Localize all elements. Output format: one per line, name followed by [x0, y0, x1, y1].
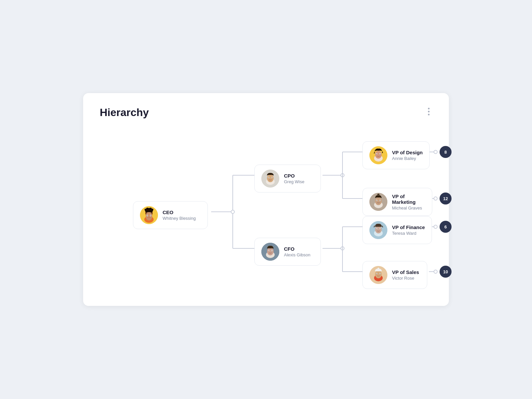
svg-point-44 — [268, 251, 269, 251]
vp-sales-node[interactable]: VP of Sales Victor Rose — [362, 261, 427, 289]
vp-design-role: VP of Design — [392, 150, 423, 155]
svg-point-16 — [434, 150, 437, 154]
cpo-info: CPO Greg Wise — [284, 173, 304, 184]
vp-sales-avatar — [369, 266, 387, 284]
vp-sales-count: 10 — [440, 266, 452, 278]
svg-point-20 — [434, 225, 437, 228]
ceo-avatar — [140, 206, 158, 224]
tree-container: CEO Whitney Blessing — [100, 132, 432, 292]
vp-finance-role: VP of Finance — [392, 224, 425, 230]
vp-marketing-role: VP of Marketing — [392, 194, 425, 205]
vp-marketing-info: VP of Marketing Micheal Graves — [392, 194, 425, 210]
vp-marketing-count: 12 — [440, 193, 452, 204]
ceo-info: CEO Whitney Blessing — [163, 209, 196, 221]
svg-point-41 — [267, 247, 274, 255]
vp-finance-node[interactable]: VP of Finance Teresa Ward — [362, 216, 432, 244]
vp-design-avatar — [369, 146, 387, 164]
svg-point-45 — [272, 251, 272, 251]
svg-point-34 — [267, 174, 274, 182]
ceo-role: CEO — [163, 209, 196, 215]
svg-point-48 — [375, 151, 382, 159]
svg-point-22 — [434, 270, 437, 273]
card-header: Hierarchy — [100, 106, 432, 119]
svg-point-4 — [231, 210, 234, 213]
vp-sales-badge: 10 — [440, 266, 452, 278]
svg-point-73 — [380, 274, 380, 274]
svg-point-38 — [272, 178, 272, 178]
vp-marketing-avatar — [369, 193, 387, 211]
svg-point-55 — [375, 197, 382, 205]
vp-sales-role: VP of Sales — [392, 269, 419, 275]
svg-point-65 — [376, 229, 377, 229]
vp-design-badge: 8 — [440, 146, 452, 158]
page-title: Hierarchy — [100, 106, 149, 119]
more-dot-1 — [428, 108, 430, 109]
cfo-role: CFO — [284, 246, 310, 252]
vp-sales-info: VP of Sales Victor Rose — [392, 269, 419, 281]
svg-point-51 — [376, 154, 377, 155]
vp-marketing-badge: 12 — [440, 193, 452, 204]
svg-point-74 — [377, 268, 379, 271]
vp-marketing-node[interactable]: VP of Marketing Micheal Graves — [362, 188, 432, 216]
hierarchy-card: Hierarchy — [83, 93, 449, 306]
vp-design-count: 8 — [440, 146, 452, 158]
vp-sales-name: Victor Rose — [392, 276, 419, 281]
svg-point-31 — [150, 215, 151, 216]
cfo-node[interactable]: CFO Alexis Gibson — [254, 238, 321, 266]
ceo-node[interactable]: CEO Whitney Blessing — [133, 201, 208, 229]
vp-design-node[interactable]: VP of Design Annie Bailey — [362, 141, 430, 169]
svg-point-11 — [341, 247, 344, 250]
cpo-avatar — [261, 170, 279, 188]
svg-point-6 — [341, 174, 344, 177]
vp-finance-count: 6 — [440, 221, 452, 233]
svg-point-69 — [375, 270, 382, 278]
svg-point-58 — [376, 200, 377, 201]
svg-point-59 — [380, 200, 380, 201]
vp-finance-badge: 6 — [440, 221, 452, 233]
cpo-node[interactable]: CPO Greg Wise — [254, 165, 321, 193]
cpo-role: CPO — [284, 173, 304, 179]
cfo-name: Alexis Gibson — [284, 252, 310, 257]
more-options-button[interactable] — [425, 106, 432, 117]
cpo-name: Greg Wise — [284, 179, 304, 184]
svg-point-18 — [434, 197, 437, 200]
more-dot-3 — [428, 114, 430, 115]
vp-design-name: Annie Bailey — [392, 156, 423, 161]
cfo-info: CFO Alexis Gibson — [284, 246, 310, 257]
svg-point-52 — [380, 154, 380, 155]
vp-finance-info: VP of Finance Teresa Ward — [392, 224, 425, 236]
svg-point-27 — [146, 212, 152, 220]
cfo-avatar — [261, 243, 279, 261]
svg-point-37 — [268, 178, 269, 178]
vp-design-info: VP of Design Annie Bailey — [392, 150, 423, 161]
svg-point-66 — [380, 229, 380, 229]
vp-finance-avatar — [369, 221, 387, 239]
svg-point-72 — [376, 274, 377, 274]
ceo-name: Whitney Blessing — [163, 216, 196, 221]
vp-finance-name: Teresa Ward — [392, 231, 425, 236]
svg-point-30 — [147, 215, 148, 216]
more-dot-2 — [428, 111, 430, 112]
vp-marketing-name: Micheal Graves — [392, 205, 425, 210]
